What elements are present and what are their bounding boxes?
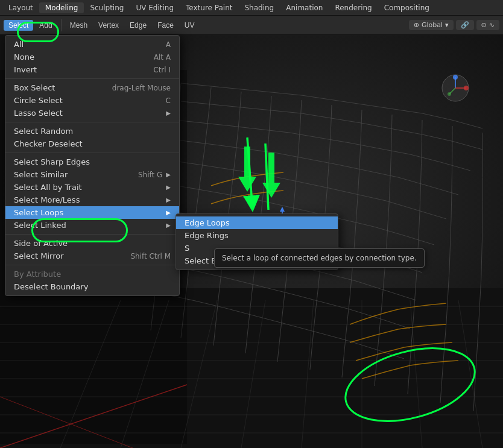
- menu-item-similar-shortcut: Shift G: [138, 171, 162, 179]
- menu-item-attribute-label: By Attribute: [14, 270, 61, 279]
- menu-item-similar-label: Select Similar: [14, 170, 68, 179]
- select-dropdown-menu: All A None Alt A Invert Ctrl I Box Selec…: [5, 35, 180, 296]
- mode-chevron: ▾: [445, 21, 449, 29]
- menu-item-lasso-select[interactable]: Lasso Select ▶: [5, 107, 179, 119]
- menu-item-trait-arrow: ▶: [166, 184, 171, 191]
- menu-item-none-label: None: [14, 52, 34, 62]
- menu-item-sharp-edges[interactable]: Select Sharp Edges: [5, 156, 179, 168]
- menu-item-circle-select[interactable]: Circle Select C: [5, 94, 179, 107]
- menu-item-select-all-trait[interactable]: Select All by Trait ▶: [5, 181, 179, 194]
- submenu-s-label: S: [185, 244, 189, 253]
- tab-sculpting[interactable]: Sculpting: [84, 2, 130, 13]
- menu-item-trait-label: Select All by Trait: [14, 183, 82, 192]
- menu-item-circle-shortcut: C: [166, 96, 171, 105]
- menu-item-more-less[interactable]: Select More/Less ▶: [5, 194, 179, 206]
- menu-item-all-shortcut: A: [166, 40, 171, 49]
- menu-item-more-label: Select More/Less: [14, 195, 80, 204]
- menu-item-box-select[interactable]: Box Select drag-Left Mouse: [5, 81, 179, 94]
- menu-item-circle-label: Circle Select: [14, 96, 63, 105]
- menu-item-invert-shortcut: Ctrl I: [153, 66, 171, 74]
- submenu-edge-rings-label: Edge Rings: [185, 231, 229, 240]
- tab-animation[interactable]: Animation: [280, 2, 329, 13]
- select-button[interactable]: Select: [4, 20, 33, 31]
- menu-item-linked-arrow: ▶: [166, 222, 171, 229]
- menu-item-sharp-label: Select Sharp Edges: [14, 157, 90, 166]
- menu-item-loops-arrow: ▶: [166, 209, 171, 216]
- menu-item-deselect-boundary[interactable]: Deselect Boundary: [5, 280, 179, 293]
- separator5: [5, 265, 179, 265]
- menu-item-loops-label: Select Loops: [14, 208, 63, 217]
- face-button[interactable]: Face: [153, 20, 179, 31]
- toolbar-right: ⊕ Global ▾ 🔗 ⊙ ∿: [409, 20, 499, 30]
- tab-shading[interactable]: Shading: [238, 2, 280, 13]
- edge-button[interactable]: Edge: [125, 20, 151, 31]
- wave-icon: ∿: [489, 21, 495, 29]
- top-menubar: Layout Modeling Sculpting UV Editing Tex…: [0, 0, 503, 16]
- menu-item-random-label: Select Random: [14, 127, 73, 136]
- add-button[interactable]: Add: [34, 20, 57, 31]
- menu-item-all[interactable]: All A: [5, 38, 179, 51]
- prop-icon: ⊙: [481, 21, 487, 29]
- menu-item-side-label: Side of Active: [14, 239, 68, 248]
- tab-texture-paint[interactable]: Texture Paint: [180, 2, 238, 13]
- menu-item-lasso-label: Lasso Select: [14, 109, 63, 118]
- menu-item-select-similar[interactable]: Select Similar Shift G ▶: [5, 168, 179, 181]
- separator1: [5, 78, 179, 79]
- tooltip: Select a loop of connected edges by conn…: [214, 248, 425, 268]
- snap-options[interactable]: 🔗: [456, 20, 474, 30]
- menu-item-none-shortcut: Alt A: [154, 53, 171, 62]
- menu-item-similar-arrow: ▶: [166, 171, 171, 178]
- menu-item-select-random[interactable]: Select Random: [5, 125, 179, 137]
- tab-uv-editing[interactable]: UV Editing: [130, 2, 180, 13]
- menu-item-select-loops[interactable]: Select Loops ▶: [5, 206, 179, 219]
- tab-rendering[interactable]: Rendering: [329, 2, 378, 13]
- separator4: [5, 234, 179, 235]
- mode-label: Global: [422, 21, 443, 29]
- tab-layout[interactable]: Layout: [2, 2, 39, 13]
- separator3: [5, 153, 179, 153]
- menu-item-linked-label: Select Linked: [14, 221, 66, 230]
- menu-item-by-attribute: By Attribute: [5, 268, 179, 280]
- menu-item-more-arrow: ▶: [166, 197, 171, 203]
- menu-item-lasso-arrow: ▶: [166, 110, 171, 116]
- proportional-edit[interactable]: ⊙ ∿: [476, 20, 499, 30]
- menu-item-all-label: All: [14, 40, 24, 49]
- mesh-button[interactable]: Mesh: [65, 20, 92, 31]
- secondary-toolbar: Select Add Mesh Vertex Edge Face UV ⊕ Gl…: [0, 16, 503, 35]
- tab-compositing[interactable]: Compositing: [378, 2, 435, 13]
- submenu-edge-loops-label: Edge Loops: [185, 218, 230, 227]
- separator2: [5, 122, 179, 122]
- menu-item-side-active[interactable]: Side of Active: [5, 237, 179, 250]
- menu-item-checker-label: Checker Deselect: [14, 139, 83, 148]
- menu-item-box-shortcut: drag-Left Mouse: [112, 84, 171, 92]
- tooltip-text: Select a loop of connected edges by conn…: [222, 254, 417, 262]
- menu-item-checker-deselect[interactable]: Checker Deselect: [5, 137, 179, 150]
- menu-item-none[interactable]: None Alt A: [5, 51, 179, 63]
- menu-item-select-mirror[interactable]: Select Mirror Shift Ctrl M: [5, 250, 179, 262]
- menu-item-invert[interactable]: Invert Ctrl I: [5, 63, 179, 76]
- divider1: [61, 19, 62, 31]
- menu-item-invert-label: Invert: [14, 65, 37, 74]
- global-icon: ⊕: [414, 21, 419, 29]
- submenu-edge-rings[interactable]: Edge Rings: [176, 229, 338, 242]
- tab-modeling[interactable]: Modeling: [39, 2, 84, 13]
- menu-item-mirror-label: Select Mirror: [14, 251, 64, 260]
- snap-icon: 🔗: [461, 21, 469, 29]
- submenu-edge-loops[interactable]: Edge Loops: [176, 216, 338, 229]
- mode-selector[interactable]: ⊕ Global ▾: [409, 20, 454, 30]
- vertex-button[interactable]: Vertex: [93, 20, 124, 31]
- uv-button[interactable]: UV: [180, 20, 200, 31]
- menu-item-mirror-shortcut: Shift Ctrl M: [130, 252, 171, 260]
- menu-item-box-label: Box Select: [14, 83, 55, 92]
- menu-item-select-linked[interactable]: Select Linked ▶: [5, 219, 179, 232]
- menu-item-boundary-label: Deselect Boundary: [14, 282, 88, 291]
